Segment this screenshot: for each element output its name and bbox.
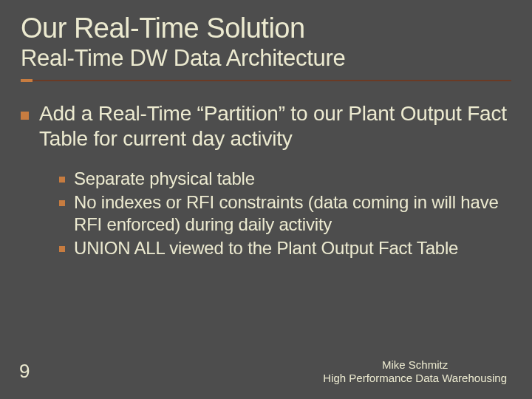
slide-title: Our Real-Time Solution [21,13,511,44]
footer-author: Mike Schmitz [323,358,507,372]
list-item: Separate physical table [59,168,511,190]
square-bullet-icon [21,112,29,120]
title-divider [21,79,511,82]
bullet-text: No indexes or RFI constraints (data comi… [74,191,511,236]
divider-line [21,80,511,81]
page-number: 9 [19,360,30,383]
list-item: Add a Real-Time “Partition” to our Plant… [21,101,511,151]
list-item: No indexes or RFI constraints (data comi… [59,191,511,236]
bullet-text: Separate physical table [74,168,255,190]
square-bullet-icon [59,246,65,252]
square-bullet-icon [59,200,65,206]
bullet-text: UNION ALL viewed to the Plant Output Fac… [74,237,458,259]
divider-accent [21,79,33,82]
list-item: UNION ALL viewed to the Plant Output Fac… [59,237,511,259]
content-area: Add a Real-Time “Partition” to our Plant… [21,101,511,259]
footer-tagline: High Performance Data Warehousing [323,372,507,386]
bullet-text-main: Add a Real-Time “Partition” to our Plant… [39,101,511,151]
sub-list: Separate physical table No indexes or RF… [59,168,511,259]
footer-credit: Mike Schmitz High Performance Data Wareh… [323,358,507,386]
slide: Our Real-Time Solution Real-Time DW Data… [0,0,532,399]
square-bullet-icon [59,177,65,183]
slide-subtitle: Real-Time DW Data Architecture [21,45,511,72]
